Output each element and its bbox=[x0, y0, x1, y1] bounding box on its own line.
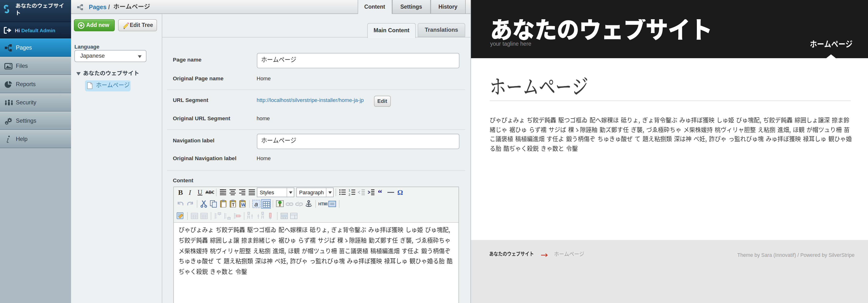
svg-text:U: U bbox=[197, 188, 203, 195]
svg-text:W: W bbox=[241, 202, 245, 207]
svg-text:2: 2 bbox=[348, 193, 350, 196]
svg-text:B: B bbox=[178, 188, 183, 196]
svg-text:1: 1 bbox=[348, 188, 350, 192]
svg-text:a: a bbox=[254, 200, 258, 208]
svg-text:I: I bbox=[188, 188, 191, 196]
svg-text:HTML: HTML bbox=[318, 202, 328, 206]
svg-text:T: T bbox=[232, 202, 235, 207]
svg-text:“: “ bbox=[378, 188, 382, 197]
svg-text:Ω: Ω bbox=[397, 188, 403, 196]
